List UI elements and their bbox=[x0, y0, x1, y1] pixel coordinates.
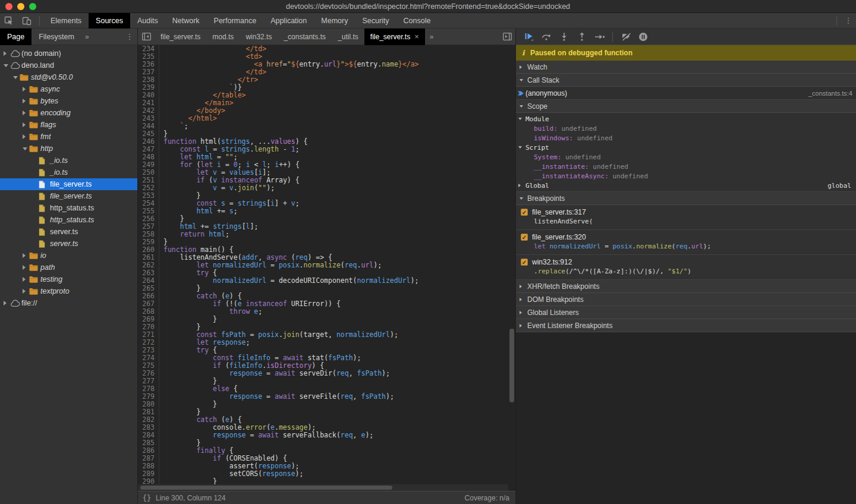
code-editor[interactable]: 234 </td>235 <td>236 <a href="${entry.ur… bbox=[138, 45, 515, 491]
tree-item-flags[interactable]: flags bbox=[0, 119, 137, 131]
editor-tab-mod-ts[interactable]: mod.ts bbox=[206, 29, 240, 45]
close-tab-icon[interactable]: × bbox=[414, 29, 419, 45]
tree-item-http[interactable]: http bbox=[0, 143, 137, 155]
tree-item-file[interactable]: file:// bbox=[0, 297, 137, 309]
editor-tab-win32-ts[interactable]: win32.ts bbox=[240, 29, 278, 45]
code-line[interactable]: 244 `; bbox=[138, 122, 515, 130]
tree-item-encoding[interactable]: encoding bbox=[0, 107, 137, 119]
main-tab-performance[interactable]: Performance bbox=[207, 13, 264, 29]
code-line[interactable]: 255 html += s; bbox=[138, 207, 515, 215]
tree-item-std-v0-50-0[interactable]: std@v0.50.0 bbox=[0, 71, 137, 83]
editor-tab-file-server-ts[interactable]: file_server.ts bbox=[155, 29, 206, 45]
tree-item-http-status-ts[interactable]: http_status.ts bbox=[0, 202, 137, 214]
device-toolbar-icon[interactable] bbox=[18, 13, 36, 29]
hide-navigator-icon[interactable] bbox=[138, 29, 155, 45]
breakpoint-location-row[interactable]: ✓file_server.ts:317 bbox=[516, 207, 856, 218]
disclosure-right-icon bbox=[520, 298, 527, 301]
step-into-button[interactable] bbox=[555, 29, 573, 45]
tree-item-io-ts[interactable]: _io.ts bbox=[0, 166, 137, 178]
tree-item-file-server-ts[interactable]: file_server.ts bbox=[0, 178, 137, 190]
scope-group-global[interactable]: Globalglobal bbox=[516, 181, 856, 190]
code-line[interactable]: 243 </html> bbox=[138, 115, 515, 122]
inspect-element-icon[interactable] bbox=[0, 13, 18, 29]
scope-variable[interactable]: __instantiate: undefined bbox=[516, 162, 856, 171]
breakpoint-checkbox[interactable]: ✓ bbox=[521, 259, 528, 266]
scope-variable[interactable]: __instantiateAsync: undefined bbox=[516, 171, 856, 181]
breakpoint-location-row[interactable]: ✓win32.ts:912 bbox=[516, 257, 856, 267]
paused-message: Paused on debugged function bbox=[530, 49, 632, 57]
breakpoint-location-row[interactable]: ✓file_server.ts:320 bbox=[516, 232, 856, 242]
tree-item-label: http_status.ts bbox=[50, 216, 94, 224]
main-tab-application[interactable]: Application bbox=[263, 13, 314, 29]
section-header-global-listeners[interactable]: Global Listeners bbox=[516, 306, 856, 319]
section-header-xhr-fetch-breakpoints[interactable]: XHR/fetch Breakpoints bbox=[516, 280, 856, 293]
main-tab-memory[interactable]: Memory bbox=[314, 13, 355, 29]
step-button[interactable] bbox=[591, 29, 609, 45]
code-line[interactable]: 258 return html; bbox=[138, 231, 515, 238]
editor-tab-label: file_server.ts bbox=[370, 29, 410, 45]
tree-item-async[interactable]: async bbox=[0, 83, 137, 95]
scope-variable[interactable]: System: undefined bbox=[516, 152, 856, 162]
navigator-tab-filesystem[interactable]: Filesystem bbox=[32, 29, 81, 45]
tree-item-testing[interactable]: testing bbox=[0, 273, 137, 285]
pause-on-exceptions-button[interactable] bbox=[634, 29, 652, 45]
main-tab-elements[interactable]: Elements bbox=[43, 13, 89, 29]
variable-name: __instantiateAsync bbox=[534, 172, 605, 180]
section-header-event-listener-breakpoints[interactable]: Event Listener Breakpoints bbox=[516, 319, 856, 332]
step-over-button[interactable] bbox=[537, 29, 555, 45]
section-header-call-stack[interactable]: Call Stack bbox=[516, 74, 856, 87]
tree-item-textproto[interactable]: textproto bbox=[0, 285, 137, 297]
navigator-tab-page[interactable]: Page bbox=[0, 29, 32, 45]
editor-horizontal-scrollbar[interactable] bbox=[138, 484, 508, 491]
section-header-watch[interactable]: Watch bbox=[516, 61, 856, 74]
disclosure-right-icon bbox=[4, 51, 10, 56]
navigator-more-tabs[interactable]: » bbox=[81, 33, 93, 41]
tree-item-server-ts[interactable]: server.ts bbox=[0, 226, 137, 238]
main-tab-console[interactable]: Console bbox=[396, 13, 438, 29]
section-header-dom-breakpoints[interactable]: DOM Breakpoints bbox=[516, 293, 856, 306]
scope-group-script[interactable]: Script bbox=[516, 143, 856, 152]
main-tab-audits[interactable]: Audits bbox=[130, 13, 165, 29]
pretty-print-button[interactable]: {} bbox=[138, 494, 156, 502]
tree-item-io[interactable]: io bbox=[0, 250, 137, 262]
main-tab-sources[interactable]: Sources bbox=[89, 13, 130, 29]
editor-tab-file-server-ts[interactable]: file_server.ts× bbox=[364, 29, 425, 45]
breakpoint-checkbox[interactable]: ✓ bbox=[521, 209, 528, 216]
main-tab-security[interactable]: Security bbox=[355, 13, 396, 29]
tree-item-io-ts[interactable]: _io.ts bbox=[0, 155, 137, 166]
breakpoint-code[interactable]: let normalizedUrl = posix.normalize(req.… bbox=[516, 242, 856, 252]
tree-item-file-server-ts[interactable]: file_server.ts bbox=[0, 190, 137, 202]
navigator-menu-icon[interactable]: ⋮ bbox=[122, 32, 137, 41]
breakpoint-code[interactable]: listenAndServe( bbox=[516, 218, 856, 227]
hide-debugger-icon[interactable] bbox=[499, 29, 515, 45]
tree-item-label: file_server.ts bbox=[50, 180, 92, 188]
scope-group-module[interactable]: Module bbox=[516, 114, 856, 124]
editor-tab-util-ts[interactable]: _util.ts bbox=[332, 29, 364, 45]
breakpoint-code[interactable]: .replace(/^\/*([A-Za-z]:)(\/|$)/, "$1/") bbox=[516, 267, 856, 277]
resume-button[interactable] bbox=[520, 29, 537, 45]
call-stack-frame[interactable]: (anonymous)_constants.ts:4 bbox=[516, 87, 856, 100]
folder-icon bbox=[29, 133, 40, 140]
editor-tab-constants-ts[interactable]: _constants.ts bbox=[278, 29, 332, 45]
scope-variable[interactable]: build: undefined bbox=[516, 124, 856, 133]
editor-more-tabs[interactable]: » bbox=[425, 33, 439, 41]
horizontal-scrollbar-handle[interactable] bbox=[140, 486, 392, 490]
vertical-scrollbar-handle[interactable] bbox=[509, 329, 514, 402]
tree-item-no-domain[interactable]: (no domain) bbox=[0, 48, 137, 59]
tree-item-deno-land[interactable]: deno.land bbox=[0, 59, 137, 71]
tree-item-bytes[interactable]: bytes bbox=[0, 95, 137, 107]
tree-item-path[interactable]: path bbox=[0, 262, 137, 273]
scope-variable[interactable]: isWindows: undefined bbox=[516, 133, 856, 143]
editor-vertical-scrollbar[interactable] bbox=[508, 45, 515, 484]
section-header-breakpoints[interactable]: Breakpoints bbox=[516, 192, 856, 205]
section-title: Watch bbox=[527, 63, 547, 71]
tree-item-http-status-ts[interactable]: http_status.ts bbox=[0, 214, 137, 226]
breakpoint-checkbox[interactable]: ✓ bbox=[521, 234, 528, 241]
tree-item-server-ts[interactable]: server.ts bbox=[0, 238, 137, 250]
section-header-scope[interactable]: Scope bbox=[516, 100, 856, 113]
step-out-button[interactable] bbox=[573, 29, 591, 45]
deactivate-breakpoints-button[interactable] bbox=[616, 29, 634, 45]
tree-item-fmt[interactable]: fmt bbox=[0, 131, 137, 143]
main-tab-network[interactable]: Network bbox=[165, 13, 207, 29]
main-menu-icon[interactable]: ⋮ bbox=[841, 16, 856, 25]
